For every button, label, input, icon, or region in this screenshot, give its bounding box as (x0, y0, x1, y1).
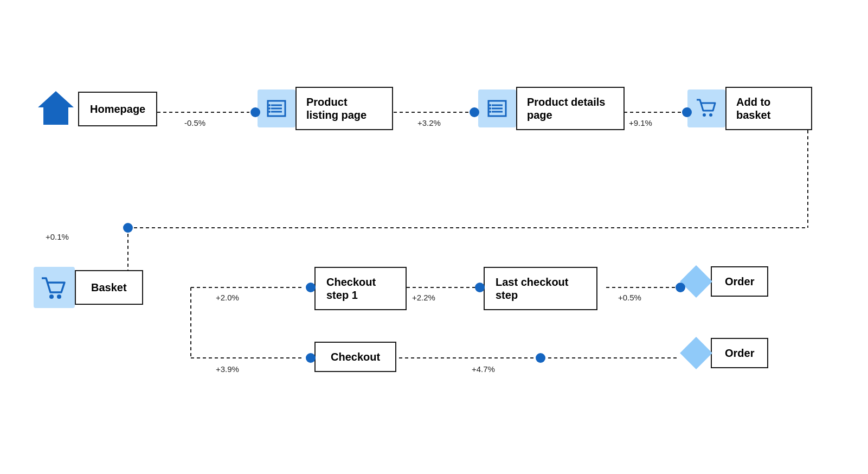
last-checkout-box: Last checkout step (484, 267, 597, 310)
order2-box: Order (711, 338, 768, 368)
order2-label: Order (725, 347, 754, 359)
product-details-node: Product details page (478, 87, 625, 130)
svg-point-29 (709, 113, 712, 117)
label-atb-basket: +0.1% (46, 232, 69, 241)
diamond2-icon (680, 337, 712, 369)
order2-node: Order (680, 337, 768, 369)
checkout-step1-label: Checkout step 1 (326, 276, 376, 301)
product-details-label: Product details page (527, 96, 605, 121)
svg-point-25 (489, 104, 491, 106)
label-pdp-atb: +9.1% (629, 118, 652, 127)
order1-label: Order (725, 276, 754, 287)
product-details-box: Product details page (516, 87, 625, 130)
dot-hp-plp (250, 107, 260, 117)
basket-box: Basket (75, 270, 143, 305)
dot-lcs-order1 (676, 283, 685, 292)
dot-basket-join (123, 223, 133, 233)
dot-basket-upper (306, 283, 316, 292)
label-cs1-lcs: +2.2% (412, 293, 435, 302)
svg-point-27 (489, 111, 491, 113)
checkout-node: Checkout (314, 342, 396, 372)
label-basket-checkout: +3.9% (216, 364, 239, 374)
svg-point-28 (703, 113, 706, 117)
label-plp-pdp: +3.2% (417, 118, 441, 127)
homepage-box: Homepage (78, 92, 157, 126)
add-to-basket-label: Add to basket (736, 96, 770, 121)
label-hp-plp: -0.5% (184, 118, 205, 127)
homepage-label: Homepage (90, 103, 145, 115)
basket-node: Basket (34, 267, 143, 308)
connector-lines (0, 0, 868, 474)
homepage-node: Homepage (34, 87, 157, 131)
checkout-label: Checkout (331, 351, 380, 363)
add-to-basket-box: Add to basket (725, 87, 812, 130)
flow-diagram: Homepage -0.5% Product listing page + (0, 0, 868, 474)
dot-checkout-order2 (536, 353, 545, 363)
diamond1-icon (680, 266, 712, 297)
add-to-basket-node: Add to basket (687, 87, 812, 130)
product-details-icon (478, 89, 516, 127)
svg-point-20 (268, 111, 271, 113)
last-checkout-label: Last checkout step (496, 276, 568, 301)
cart-add-icon (687, 89, 725, 127)
svg-rect-13 (50, 113, 62, 125)
basket-icon (34, 267, 75, 308)
checkout-step1-box: Checkout step 1 (314, 267, 407, 310)
dot-cs1-lcs (475, 283, 485, 292)
checkout-step1-node: Checkout step 1 (314, 267, 407, 310)
label-lcs-order1: +0.5% (618, 293, 641, 302)
svg-point-19 (268, 107, 271, 110)
svg-point-31 (57, 294, 61, 299)
list-page-icon (258, 89, 295, 127)
label-checkout-order2: +4.7% (472, 364, 495, 374)
dot-basket-lower (306, 353, 316, 363)
svg-point-30 (49, 294, 54, 299)
svg-point-26 (489, 107, 491, 110)
dot-plp-pdp (470, 107, 479, 117)
checkout-box: Checkout (314, 342, 396, 372)
dot-pdp-atb (682, 107, 692, 117)
last-checkout-node: Last checkout step (484, 267, 597, 310)
svg-point-18 (268, 104, 271, 106)
order1-box: Order (711, 266, 768, 297)
basket-label: Basket (91, 281, 127, 293)
product-listing-label: Product listing page (306, 96, 367, 121)
product-listing-box: Product listing page (295, 87, 393, 130)
home-icon (34, 87, 78, 131)
product-listing-node: Product listing page (258, 87, 393, 130)
label-basket-cs1: +2.0% (216, 293, 239, 302)
order1-node: Order (680, 266, 768, 297)
